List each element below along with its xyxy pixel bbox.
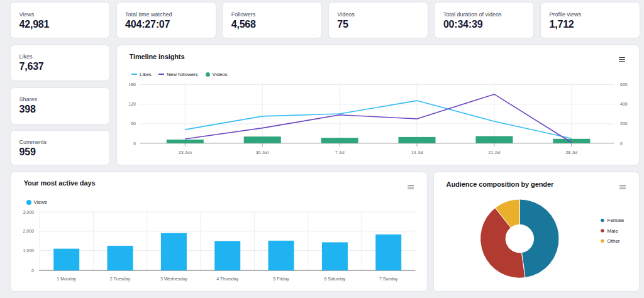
svg-text:1 Monday: 1 Monday	[57, 277, 76, 282]
svg-text:2 Tuesday: 2 Tuesday	[110, 277, 131, 282]
svg-text:2,000: 2,000	[23, 229, 34, 233]
svg-text:23 Jun: 23 Jun	[179, 150, 192, 154]
svg-text:6 Saturday: 6 Saturday	[324, 277, 345, 282]
svg-text:5 Friday: 5 Friday	[273, 277, 289, 282]
svg-text:120: 120	[128, 102, 136, 106]
svg-text:7 Jul: 7 Jul	[335, 150, 345, 154]
svg-text:400: 400	[620, 102, 628, 106]
svg-text:60: 60	[131, 121, 136, 126]
svg-text:0: 0	[133, 141, 136, 145]
svg-text:0: 0	[620, 141, 623, 145]
svg-text:3,000: 3,000	[23, 210, 34, 214]
svg-text:0: 0	[31, 268, 34, 273]
svg-text:Female: Female	[608, 218, 625, 223]
svg-text:14 Jul: 14 Jul	[411, 150, 423, 154]
svg-text:7 Sunday: 7 Sunday	[379, 277, 398, 282]
svg-text:21 Jul: 21 Jul	[489, 150, 501, 154]
svg-text:Male: Male	[608, 228, 619, 234]
svg-text:30 Jun: 30 Jun	[256, 150, 269, 154]
svg-text:4 Thursday: 4 Thursday	[216, 277, 238, 282]
svg-text:1,000: 1,000	[23, 248, 34, 253]
svg-text:180: 180	[128, 82, 136, 87]
svg-text:600: 600	[620, 82, 628, 87]
svg-text:200: 200	[620, 121, 628, 126]
svg-text:Other: Other	[608, 238, 620, 244]
svg-text:28 Jul: 28 Jul	[565, 150, 577, 154]
svg-text:3 Wednesday: 3 Wednesday	[160, 277, 187, 282]
